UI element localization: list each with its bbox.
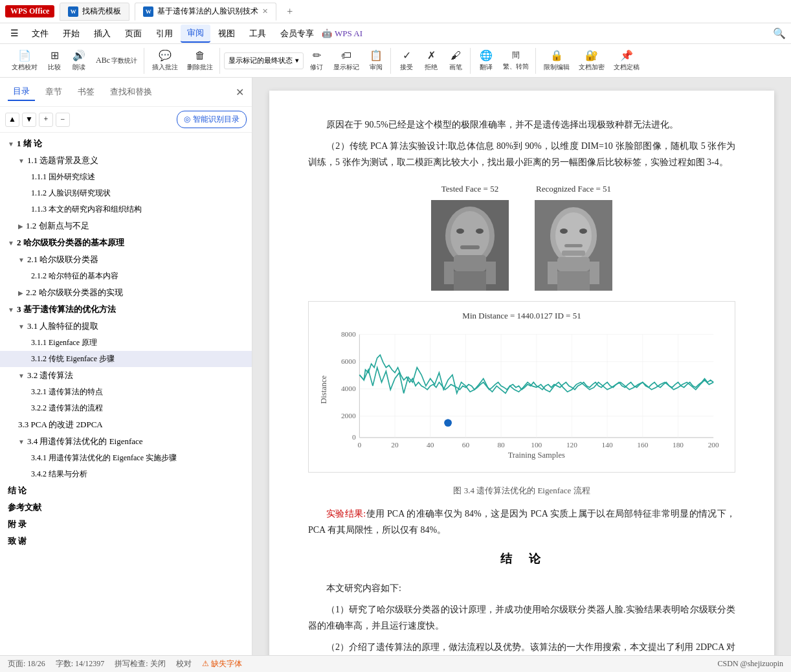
toc-list[interactable]: ▼ 1 绪 论 ▼ 1.1 选题背景及意义 1.1.1 国外研究综述 1.1.2… (0, 133, 252, 655)
collapse-all-button[interactable]: ▲ (5, 113, 19, 127)
tested-face-label: Tested Face = 52 (441, 181, 498, 196)
toc-item-1-1-1[interactable]: 1.1.1 国外研究综述 (0, 169, 252, 185)
sidebar-tab-bookmark[interactable]: 书签 (72, 84, 100, 100)
tab-close-button[interactable]: ✕ (262, 7, 268, 16)
track-icon: ✏ (313, 49, 321, 62)
menu-member[interactable]: 会员专享 (274, 25, 320, 42)
wordcount-button[interactable]: ABc 字数统计 (92, 49, 141, 73)
toc-item-appendix[interactable]: 附 录 (0, 516, 252, 533)
toc-item-label: 3 基于遗传算法的优化方法 (17, 304, 116, 315)
document-area[interactable]: 原因在于 90.5%已经是这个模型的极限准确率，并不是遗传选择出现极致种群无法进… (252, 78, 791, 655)
wps-ai-icon: 🤖 (322, 28, 332, 39)
menu-page[interactable]: 页面 (118, 25, 148, 42)
sidebar-tab-findreplace[interactable]: 查找和替换 (105, 84, 157, 100)
toc-arrow-icon: ▼ (18, 438, 25, 445)
toolbar: 📄 文档校对 ⊞ 比较 🔊 朗读 ABc 字数统计 💬 插入批注 🗑 删除批注 … (0, 44, 791, 78)
compare-button[interactable]: ⊞ 比较 (43, 49, 66, 73)
toc-item-label: 3.3 PCA 的改进 2DPCA (18, 419, 103, 431)
wps-ai-button[interactable]: 🤖 WPS AI (322, 28, 362, 39)
toc-item-3-4-2[interactable]: 3.4.2 结果与分析 (0, 466, 252, 482)
delete-comment-button[interactable]: 🗑 删除批注 (183, 49, 217, 73)
expand-all-button[interactable]: ▼ (22, 113, 36, 127)
paragraph-1: 原因在于 90.5%已经是这个模型的极限准确率，并不是遗传选择出现极致种群无法进… (308, 117, 735, 133)
remove-item-button[interactable]: − (56, 113, 70, 127)
menu-references[interactable]: 引用 (150, 25, 179, 42)
toc-item-label: 2.1 哈尔级联分类器 (27, 254, 99, 265)
search-icon[interactable]: 🔍 (773, 27, 786, 39)
accept-button[interactable]: ✓ 接受 (395, 49, 418, 73)
wordcount-info: 字数: 14/12397 (56, 658, 105, 669)
figure-caption: 图 3.4 遗传算法优化的 Eigenface 流程 (308, 483, 735, 498)
show-markup-button[interactable]: 🏷 显示标记 (329, 49, 363, 73)
hamburger-menu[interactable]: ☰ (5, 25, 24, 41)
paragraph-2: （2）传统 PCA 算法实验设计:取总体信息 80%到 90%，以维度 DIM=… (308, 138, 735, 170)
restrict-edit-button[interactable]: 🔒 限制编辑 (540, 49, 574, 73)
toc-item-2-1-2[interactable]: 2.1.2 哈尔特征的基本内容 (0, 268, 252, 284)
toc-arrow-icon: ▼ (8, 306, 14, 313)
smart-toc-button[interactable]: ◎ 智能识别目录 (177, 111, 247, 128)
sidebar-tab-chapter[interactable]: 章节 (40, 84, 67, 100)
paint-button[interactable]: 🖌 画笔 (444, 49, 467, 73)
doc-encrypt-button[interactable]: 🔐 文档加密 (575, 49, 608, 73)
toc-item-2[interactable]: ▼ 2 哈尔级联分类器的基本原理 (0, 234, 252, 251)
review-pane-button[interactable]: 📋 审阅 (364, 49, 388, 73)
toc-item-1-1-3[interactable]: 1.1.3 本文的研究内容和组织结构 (0, 201, 252, 218)
review-info[interactable]: 校对 (176, 658, 192, 669)
toc-item-label: 2 哈尔级联分类器的基本原理 (17, 237, 124, 249)
tab-doc[interactable]: W 基于遗传算法的人脸识别技术 ✕ (135, 3, 276, 21)
menu-insert[interactable]: 插入 (87, 25, 117, 42)
toc-item-3[interactable]: ▼ 3 基于遗传算法的优化方法 (0, 301, 252, 318)
doc-compare-button[interactable]: 📄 文档校对 (8, 49, 41, 73)
toc-item-3-4[interactable]: ▼ 3.4 用遗传算法优化的 Eigenface (0, 433, 252, 450)
insert-comment-icon: 💬 (159, 49, 172, 62)
toc-item-1-1-2[interactable]: 1.1.2 人脸识别研究现状 (0, 185, 252, 201)
toc-item-3-2-2[interactable]: 3.2.2 遗传算法的流程 (0, 400, 252, 416)
trad-simp-button[interactable]: 間 繁、转简 (499, 49, 533, 73)
svg-text:8000: 8000 (341, 330, 356, 338)
svg-text:4000: 4000 (341, 385, 356, 392)
read-button[interactable]: 🔊 朗读 (67, 49, 91, 73)
toc-item-3-2-1[interactable]: 3.2.1 遗传算法的特点 (0, 384, 252, 400)
menu-tools[interactable]: 工具 (243, 25, 273, 42)
toc-item-acknowledgement[interactable]: 致 谢 (0, 533, 252, 550)
recognized-face-image (535, 200, 612, 291)
brand-label: CSDN @shejizuopin (718, 659, 783, 669)
toc-arrow-icon: ▼ (18, 323, 25, 330)
menu-home[interactable]: 开始 (56, 25, 86, 42)
toc-item-3-1[interactable]: ▼ 3.1 人脸特征的提取 (0, 318, 252, 335)
toc-item-3-1-2[interactable]: 3.1.2 传统 Eigenface 步骤 (0, 351, 252, 367)
app-logo[interactable]: WPS Office (5, 5, 54, 17)
toc-item-2-1[interactable]: ▼ 2.1 哈尔级联分类器 (0, 251, 252, 268)
translate-button[interactable]: 🌐 翻译 (474, 49, 498, 73)
chart-area: Min Distance = 1440.0127 ID = 51 (308, 301, 735, 473)
toc-item-references[interactable]: 参考文献 (0, 499, 252, 516)
toc-item-3-2[interactable]: ▼ 3.2 遗传算法 (0, 367, 252, 384)
track-changes-button[interactable]: ✏ 修订 (305, 49, 328, 73)
toc-item-1-lun[interactable]: ▼ 1 绪 论 (0, 135, 252, 152)
sidebar-close-button[interactable]: ✕ (236, 86, 244, 98)
toc-item-1-2[interactable]: ▶ 1.2 创新点与不足 (0, 218, 252, 234)
app-logo-text: WPS Office (10, 6, 49, 16)
doc-verify-button[interactable]: 📌 文档定稿 (610, 49, 643, 73)
add-tab-button[interactable]: + (282, 5, 298, 19)
menu-file[interactable]: 文件 (25, 25, 55, 42)
reject-button[interactable]: ✗ 拒绝 (419, 49, 443, 73)
toc-item-conclusion[interactable]: 结 论 (0, 482, 252, 499)
svg-text:0: 0 (358, 441, 362, 449)
chart-title: Min Distance = 1440.0127 ID = 51 (315, 308, 728, 323)
toc-item-1-1[interactable]: ▼ 1.1 选题背景及意义 (0, 152, 252, 169)
toc-item-3-3[interactable]: 3.3 PCA 的改进 2DPCA (0, 416, 252, 433)
toc-item-3-4-1[interactable]: 3.4.1 用遗传算法优化的 Eigenface 实施步骤 (0, 450, 252, 466)
sidebar-tab-toc[interactable]: 目录 (8, 83, 35, 101)
toc-item-2-2[interactable]: ▶ 2.2 哈尔级联分类器的实现 (0, 284, 252, 301)
menu-review[interactable]: 审阅 (181, 25, 210, 43)
svg-text:60: 60 (462, 441, 470, 449)
recognized-face-label: Recognized Face = 51 (536, 181, 611, 196)
add-item-button[interactable]: + (39, 113, 53, 127)
tab-template[interactable]: W 找稿壳模板 (60, 3, 129, 21)
insert-comment-button[interactable]: 💬 插入批注 (148, 49, 182, 73)
toc-item-3-1-1[interactable]: 3.1.1 Eigenface 原理 (0, 335, 252, 351)
markup-select[interactable]: 显示标记的最终状态 ▾ (224, 52, 304, 69)
abc-icon: ABc (96, 56, 110, 65)
menu-view[interactable]: 视图 (212, 25, 241, 42)
